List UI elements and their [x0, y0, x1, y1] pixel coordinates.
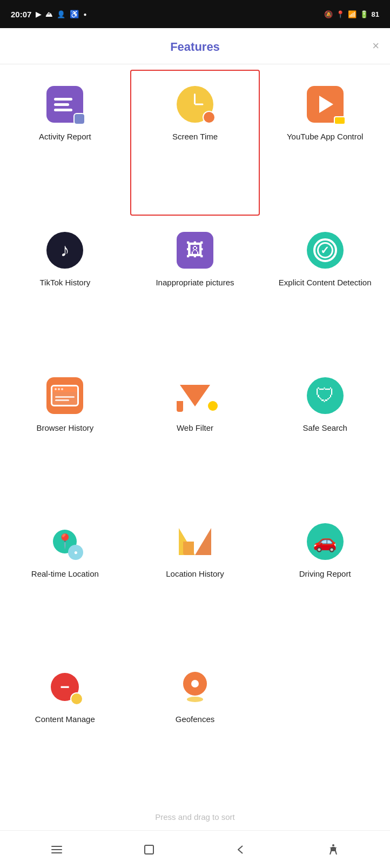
geo-pin-shape [183, 672, 207, 702]
maps-icon: ⛰ [45, 10, 52, 18]
line1 [54, 98, 72, 101]
status-right: 🔕 📍 📶 🔋 81 [324, 10, 379, 18]
web-filter-icon [176, 376, 214, 415]
inappropriate-glyph: 🖼 [186, 239, 204, 261]
status-left: 20:07 ▶ ⛰ 👤 ♿ ● [11, 10, 86, 19]
browser-bar [52, 386, 77, 392]
features-grid: Activity Report Screen Time YouTube A [0, 64, 390, 804]
feature-content-manage[interactable]: − Content Manage [0, 652, 130, 798]
inappropriate-pictures-icon: 🖼 [176, 231, 214, 270]
funnel-stem [177, 401, 183, 412]
funnel-shape [180, 385, 210, 406]
clock-hand-hour [194, 94, 196, 104]
nav-back-button[interactable] [227, 836, 254, 863]
tiktok-logo: ♪ [60, 239, 70, 261]
driving-report-label: Driving Report [299, 569, 351, 579]
tiktok-history-icon: ♪ [45, 231, 84, 270]
youtube-badge [334, 116, 346, 125]
feature-tiktok-history[interactable]: ♪ TikTok History [0, 216, 130, 362]
screen-time-label: Screen Time [172, 131, 218, 142]
inappropriate-pictures-label: Inappropriate pictures [156, 277, 234, 288]
shield-plus-glyph: 🛡 [315, 384, 335, 407]
location-icon: 📍 [336, 10, 345, 18]
activity-badge [73, 113, 85, 125]
location-history-label: Location History [166, 569, 224, 579]
battery-level: 81 [372, 10, 379, 18]
geo-shadow [187, 697, 203, 702]
feature-safe-search[interactable]: 🛡 Safe Search [260, 361, 390, 507]
geofences-label: Geofences [176, 714, 215, 725]
geo-dot [191, 680, 199, 687]
youtube-app-control-icon [306, 85, 345, 124]
feature-web-filter[interactable]: Web Filter [130, 361, 260, 507]
youtube-icon: ▶ [36, 10, 41, 18]
header: Features × [0, 28, 390, 64]
safe-search-label: Safe Search [302, 423, 347, 433]
check-mark: ✓ [320, 244, 330, 257]
realtime-location-label: Real-time Location [31, 569, 99, 579]
feature-explicit-content-detection[interactable]: ✓ Explicit Content Detection [260, 216, 390, 362]
status-time: 20:07 [11, 10, 31, 19]
target-ring: ✓ [313, 238, 337, 262]
accessibility-icon: ♿ [70, 10, 79, 18]
secondary-pin-dot: ● [74, 549, 78, 556]
main-container: Features × Activity Report [0, 28, 390, 830]
feature-activity-report[interactable]: Activity Report [0, 70, 130, 216]
svg-rect-3 [145, 845, 153, 854]
feature-realtime-location[interactable]: 📍 ● Real-time Location [0, 507, 130, 653]
status-bar: 20:07 ▶ ⛰ 👤 ♿ ● 🔕 📍 📶 🔋 81 [0, 0, 390, 28]
screentime-badge [203, 111, 216, 124]
battery-save-icon: 🔋 [360, 10, 368, 18]
funnel-top [180, 385, 210, 406]
location-history-icon [176, 522, 214, 561]
browser-line1 [55, 396, 75, 398]
browser-dot1 [55, 388, 57, 390]
feature-driving-report[interactable]: 🚗 Driving Report [260, 507, 390, 653]
feature-geofences[interactable]: Geofences [130, 652, 260, 798]
play-triangle [319, 96, 333, 113]
content-manage-label: Content Manage [35, 714, 95, 725]
nav-accessibility-button[interactable] [320, 836, 347, 863]
dot-icon: ● [83, 11, 86, 17]
sort-hint: Press and drag to sort [0, 804, 390, 830]
web-filter-label: Web Filter [177, 423, 213, 433]
feature-youtube-app-control[interactable]: YouTube App Control [260, 70, 390, 216]
nav-menu-button[interactable] [43, 836, 70, 863]
feature-browser-history[interactable]: Browser History [0, 361, 130, 507]
content-manage-badge [70, 692, 83, 705]
map-shape [179, 528, 211, 555]
explicit-content-detection-icon: ✓ [306, 231, 345, 270]
close-button[interactable]: × [372, 40, 379, 52]
realtime-location-icon: 📍 ● [45, 522, 84, 561]
feature-screen-time[interactable]: Screen Time [130, 70, 260, 216]
activity-report-icon [45, 85, 84, 124]
sort-hint-text: Press and drag to sort [155, 812, 235, 822]
nav-home-button[interactable] [136, 836, 163, 863]
clock-hand-minute [195, 104, 204, 105]
browser-content [52, 392, 77, 405]
screen-time-icon [176, 85, 214, 124]
bottom-nav [0, 830, 390, 868]
browser-history-label: Browser History [36, 423, 93, 433]
feature-location-history[interactable]: Location History [130, 507, 260, 653]
content-manage-icon: − [45, 667, 84, 706]
line2 [54, 103, 69, 106]
browser-dot3 [61, 388, 63, 390]
geo-circle [183, 672, 207, 696]
feature-inappropriate-pictures[interactable]: 🖼 Inappropriate pictures [130, 216, 260, 362]
activity-report-label: Activity Report [39, 131, 91, 142]
car-glyph: 🚗 [313, 530, 337, 553]
person-icon: 👤 [57, 10, 65, 18]
page-title: Features [170, 40, 220, 54]
geofences-icon [176, 667, 214, 706]
youtube-app-control-label: YouTube App Control [287, 131, 364, 142]
safe-search-icon: 🛡 [306, 376, 345, 415]
driving-report-icon: 🚗 [306, 522, 345, 561]
explicit-content-detection-label: Explicit Content Detection [279, 277, 372, 288]
browser-dot2 [58, 388, 60, 390]
map-piece3 [183, 542, 194, 555]
mute-icon: 🔕 [324, 10, 333, 18]
tiktok-history-label: TikTok History [40, 277, 91, 288]
svg-point-4 [332, 844, 334, 846]
map-piece2 [195, 528, 211, 555]
